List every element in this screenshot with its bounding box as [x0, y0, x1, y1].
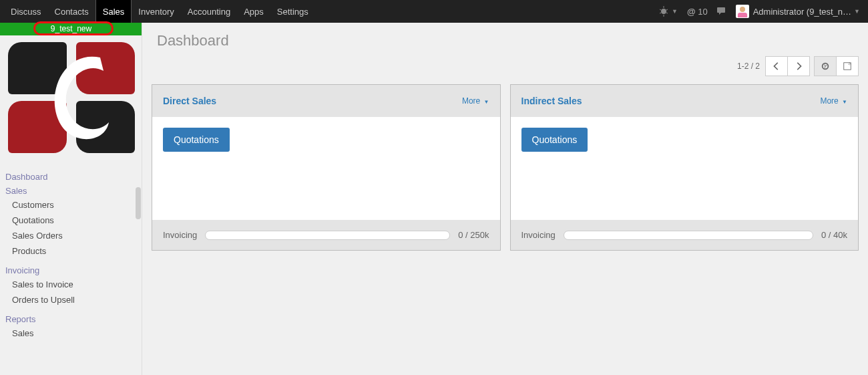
progress-bar — [564, 231, 813, 240]
logo — [0, 35, 142, 169]
card-title[interactable]: Direct Sales — [163, 96, 216, 106]
main-content: Dashboard 1-2 / 2 Direct Sales More ▼ Qu… — [142, 23, 868, 375]
avatar — [736, 5, 749, 18]
sidebar-header-invoicing[interactable]: Invoicing — [0, 264, 142, 277]
caret-down-icon: ▼ — [484, 99, 489, 105]
nav-contacts[interactable]: Contacts — [48, 0, 95, 23]
page-title: Dashboard — [142, 23, 868, 56]
view-kanban-button[interactable] — [814, 56, 837, 76]
scrollbar-thumb[interactable] — [136, 187, 141, 219]
footer-value: 0 / 40k — [821, 230, 847, 240]
at-icon: @ — [687, 7, 696, 17]
pager-text: 1-2 / 2 — [737, 61, 760, 71]
card-title[interactable]: Indirect Sales — [521, 96, 582, 106]
sidebar: 9_test_new Dashboard Sales Customers Quo… — [0, 23, 142, 375]
sidebar-header-sales[interactable]: Sales — [0, 184, 142, 197]
pager-next-button[interactable] — [787, 56, 810, 76]
svg-point-0 — [661, 9, 666, 14]
footer-label: Invoicing — [163, 230, 197, 240]
caret-down-icon: ▼ — [672, 8, 678, 15]
user-menu[interactable]: Administrator (9_test_n… ▼ — [733, 5, 863, 18]
view-form-button[interactable] — [836, 56, 859, 76]
nav-discuss[interactable]: Discuss — [4, 0, 48, 23]
quotations-button[interactable]: Quotations — [163, 128, 230, 152]
dashboard-cards: Direct Sales More ▼ Quotations Invoicing… — [142, 84, 868, 251]
footer-label: Invoicing — [521, 230, 556, 240]
sidebar-item-sales-orders[interactable]: Sales Orders — [0, 228, 142, 243]
top-navbar: Discuss Contacts Sales Inventory Account… — [0, 0, 868, 23]
sidebar-header-reports[interactable]: Reports — [0, 313, 142, 326]
nav-inventory[interactable]: Inventory — [132, 0, 180, 23]
nav-apps[interactable]: Apps — [237, 0, 270, 23]
control-row: 1-2 / 2 — [142, 56, 868, 84]
sidebar-item-orders-to-upsell[interactable]: Orders to Upsell — [0, 292, 142, 307]
caret-down-icon: ▼ — [842, 99, 847, 105]
sidebar-item-products[interactable]: Products — [0, 243, 142, 259]
bug-icon[interactable]: ▼ — [653, 6, 683, 17]
card-more-link[interactable]: More ▼ — [462, 96, 489, 106]
sidebar-item-report-sales[interactable]: Sales — [0, 326, 142, 341]
nav-accounting[interactable]: Accounting — [181, 0, 237, 23]
sidebar-item-sales-to-invoice[interactable]: Sales to Invoice — [0, 277, 142, 292]
navbar-right: ▼ @ 10 Administrator (9_test_n… ▼ — [653, 0, 868, 23]
quotations-button[interactable]: Quotations — [521, 128, 588, 152]
messages-counter[interactable]: @ 10 — [683, 7, 712, 17]
chat-icon[interactable] — [712, 6, 733, 17]
user-label: Administrator (9_test_n… — [753, 7, 851, 17]
sidebar-item-quotations[interactable]: Quotations — [0, 213, 142, 228]
nav-settings[interactable]: Settings — [270, 0, 315, 23]
pager-prev-button[interactable] — [765, 56, 788, 76]
caret-down-icon: ▼ — [854, 8, 860, 15]
card-indirect-sales: Indirect Sales More ▼ Quotations Invoici… — [510, 84, 859, 251]
sidebar-item-customers[interactable]: Customers — [0, 197, 142, 213]
nav-sales[interactable]: Sales — [95, 0, 132, 23]
sidebar-header-dashboard[interactable]: Dashboard — [0, 170, 142, 183]
card-more-link[interactable]: More ▼ — [820, 96, 847, 106]
card-direct-sales: Direct Sales More ▼ Quotations Invoicing… — [152, 84, 501, 251]
footer-value: 0 / 250k — [458, 230, 489, 240]
database-bar: 9_test_new — [0, 23, 142, 35]
highlight-annotation — [33, 21, 114, 35]
messages-count: 10 — [698, 7, 707, 17]
progress-bar — [205, 231, 450, 240]
navbar-left: Discuss Contacts Sales Inventory Account… — [0, 0, 315, 23]
